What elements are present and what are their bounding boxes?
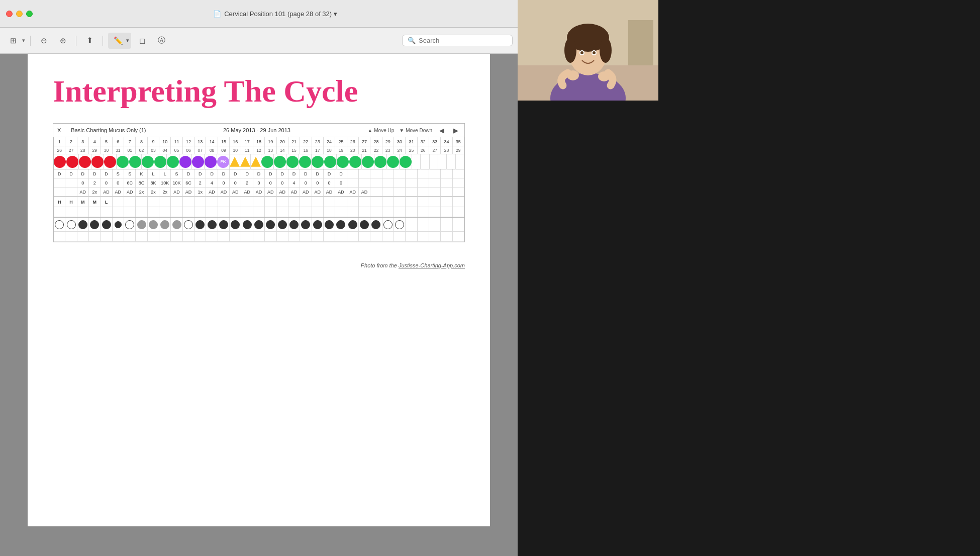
number-cell: 0 (253, 178, 265, 188)
day-number-cell: 26 (347, 137, 359, 146)
ad-cell (453, 188, 464, 197)
minimize-button[interactable] (16, 11, 23, 17)
empty-cell-2 (65, 232, 77, 242)
number-cell: 0 (230, 178, 241, 188)
hhmml-cell (159, 197, 171, 207)
ad-row: AD2xADADAD2x2x2xADAD1xADADADADADADADADAD… (53, 188, 464, 197)
day-number-cell: 1 (54, 137, 65, 146)
circle-cell (218, 218, 230, 232)
empty-cell (359, 207, 370, 217)
pen-button[interactable]: ✏️ (110, 34, 126, 48)
empty-cell (124, 207, 136, 217)
empty-cell (218, 207, 230, 217)
empty-cell-2 (347, 232, 359, 242)
chart-nav: ▲ Move Up ▼ Move Down ◀ ▶ (367, 126, 460, 135)
move-down-button[interactable]: ▼ Move Down (399, 128, 432, 133)
hhmml-cell (194, 197, 206, 207)
circle-cell (347, 218, 359, 232)
window-title: Cervical Position 101 (page 28 of 32) ▾ (224, 10, 337, 18)
ad-cell (370, 188, 382, 197)
hhmml-cell (335, 197, 347, 207)
hhmml-cell: M (77, 197, 89, 207)
move-up-button[interactable]: ▲ Move Up (367, 128, 394, 133)
date-cell: 10 (230, 146, 241, 154)
letter-cell (418, 169, 429, 178)
sticker-cell (142, 154, 154, 169)
hhmml-cell (324, 197, 335, 207)
toolbar-divider-1 (30, 36, 31, 46)
hhmml-row: HHMML (53, 197, 464, 207)
empty-cell-2 (218, 232, 230, 242)
hhmml-cell (218, 197, 230, 207)
empty-cell-2 (101, 232, 112, 242)
empty-cell (265, 207, 276, 217)
circle-cell (441, 218, 452, 232)
date-cell: 17 (312, 146, 324, 154)
stamp-button[interactable]: ◻ (134, 34, 150, 48)
date-cell: 15 (288, 146, 300, 154)
empty-cell (183, 207, 194, 217)
day-number-cell: 4 (89, 137, 101, 146)
hhmml-cell (394, 197, 406, 207)
number-cell (359, 178, 370, 188)
sticker-cell (421, 154, 429, 169)
page-heading: Interpreting The Cycle (53, 74, 465, 108)
ad-cell: AD (171, 188, 182, 197)
share-icon: ⬆ (86, 36, 93, 45)
sticker-cell (447, 154, 455, 169)
search-box[interactable]: 🔍 (402, 35, 513, 46)
pen-dropdown-arrow[interactable]: ▾ (126, 37, 129, 44)
ad-cell: 1x (194, 188, 206, 197)
zoom-in-button[interactable]: ⊕ (55, 34, 71, 48)
circle-cell (206, 218, 218, 232)
sticker-row: PK (53, 154, 464, 169)
annotate-button[interactable]: Ⓐ (153, 34, 169, 48)
ad-cell: AD (300, 188, 312, 197)
close-button[interactable] (6, 11, 13, 17)
svg-point-11 (580, 51, 583, 54)
empty-cell-2 (441, 232, 452, 242)
letter-cell: D (206, 169, 218, 178)
fullscreen-button[interactable] (26, 11, 33, 17)
letter-cell: K (136, 169, 147, 178)
circle-cell (406, 218, 417, 232)
date-cell: 09 (218, 146, 230, 154)
hhmml-cell: H (54, 197, 65, 207)
empty-cell (89, 207, 101, 217)
svg-point-8 (600, 38, 612, 63)
sticker-cell (349, 154, 362, 169)
empty-cell (382, 207, 394, 217)
letter-cell: D (335, 169, 347, 178)
empty-cell (312, 207, 324, 217)
day-number-cell: 8 (136, 137, 147, 146)
next-arrow[interactable]: ▶ (451, 126, 460, 135)
share-button[interactable]: ⬆ (81, 34, 97, 48)
pen-icon: ✏️ (114, 36, 123, 45)
search-icon: 🔍 (408, 37, 416, 44)
circle-cell (253, 218, 265, 232)
circle-cell (241, 218, 253, 232)
number-cell (429, 178, 441, 188)
number-cell (382, 178, 394, 188)
empty-cell-2 (429, 232, 441, 242)
ad-cell (418, 188, 429, 197)
date-cell: 08 (206, 146, 218, 154)
day-number-cell: 15 (218, 137, 230, 146)
letter-cell: D (183, 169, 194, 178)
circle-cell (265, 218, 276, 232)
sticker-cell (374, 154, 387, 169)
photo-credit-link[interactable]: Justisse-Charting-App.com (399, 262, 465, 268)
search-input[interactable] (419, 37, 507, 44)
view-toggle-button[interactable]: ⊞ (5, 34, 21, 48)
chart-title: Basic Charting Mucus Only (1) (71, 127, 146, 133)
zoom-out-button[interactable]: ⊖ (36, 34, 52, 48)
empty-cell (54, 207, 65, 217)
empty-cell-2 (300, 232, 312, 242)
number-cell (453, 178, 464, 188)
sticker-cell (79, 154, 91, 169)
letter-cell: D (65, 169, 77, 178)
circle-cell (453, 218, 464, 232)
prev-arrow[interactable]: ◀ (437, 126, 446, 135)
number-cell (418, 178, 429, 188)
hhmml-cell (359, 197, 370, 207)
